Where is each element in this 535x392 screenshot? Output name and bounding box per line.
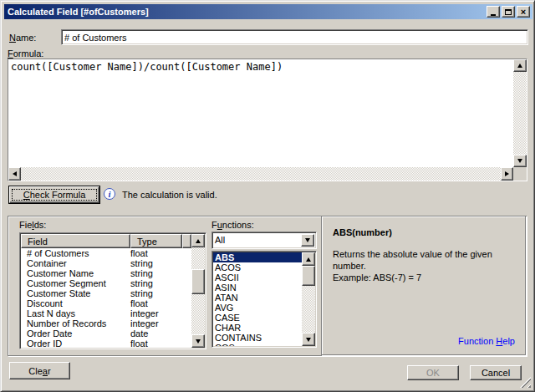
scroll-up-button[interactable] [513, 59, 527, 72]
info-icon: i [104, 188, 115, 200]
formula-editor[interactable]: count([Customer Name])/count([Customer N… [8, 59, 527, 181]
maximize-icon [505, 9, 512, 15]
fields-table: Field Type # of CustomersfloatContainers… [19, 232, 206, 349]
field-type-cell: integer [125, 318, 191, 328]
validation-status: The calculation is valid. [122, 190, 217, 200]
column-header-field[interactable]: Field [21, 234, 130, 248]
table-row[interactable]: Containerstring [21, 258, 191, 268]
function-item[interactable]: ASCII [213, 272, 302, 283]
function-item[interactable]: AVG [213, 303, 302, 313]
table-row[interactable]: # of Customersfloat [21, 248, 191, 258]
functions-list-items: ABSACOSASCIIASINATANAVGCASECHARCONTAINSC… [213, 252, 302, 346]
field-name-cell: Customer State [21, 288, 125, 298]
fields-table-header: Field Type [21, 234, 191, 248]
field-type-cell: float [125, 248, 191, 258]
calculated-field-dialog: Calculated Field [#ofCustomers] × Name: … [0, 0, 535, 392]
scrollbar-thumb[interactable] [191, 269, 205, 294]
functions-scrollbar[interactable] [302, 252, 315, 346]
function-description-panel: ABS(number) Returns the absolute value o… [321, 216, 526, 355]
function-filter-dropdown[interactable]: All [211, 232, 317, 249]
field-name-cell: Customer Segment [21, 278, 125, 288]
scroll-down-button[interactable] [302, 333, 315, 346]
field-type-cell: float [125, 339, 191, 348]
table-row[interactable]: Last N daysinteger [21, 308, 191, 318]
field-type-cell: string [125, 278, 191, 288]
function-item[interactable]: ACOS [213, 262, 302, 272]
scroll-up-button[interactable] [302, 252, 315, 266]
field-name-cell: Order ID [21, 339, 125, 348]
scroll-down-icon [306, 338, 311, 342]
function-item[interactable]: COS [213, 343, 302, 346]
function-help-link[interactable]: Function Help [458, 336, 515, 346]
column-header-type[interactable]: Type [130, 234, 182, 248]
check-formula-button[interactable]: Check Formula [9, 186, 99, 203]
fields-label: Fields: [19, 220, 46, 230]
scroll-left-button[interactable] [8, 167, 21, 181]
scroll-right-icon [505, 171, 509, 176]
scroll-down-icon [517, 159, 522, 163]
titlebar[interactable]: Calculated Field [#ofCustomers] × [4, 4, 532, 19]
field-name-cell: Number of Records [21, 318, 125, 328]
cancel-button[interactable]: Cancel [470, 365, 522, 380]
scroll-up-icon [517, 64, 522, 68]
formula-text[interactable]: count([Customer Name])/count([Customer N… [8, 59, 513, 167]
scroll-left-icon [13, 171, 17, 176]
ok-button[interactable]: OK [407, 365, 459, 380]
column-header-spacer [182, 234, 191, 248]
function-item[interactable]: CONTAINS [213, 333, 302, 343]
chevron-down-icon [305, 238, 310, 242]
scroll-up-icon [196, 239, 201, 243]
field-name-cell: Customer Name [21, 268, 125, 278]
table-row[interactable]: Customer Statestring [21, 288, 191, 298]
field-name-cell: Container [21, 258, 125, 268]
window-title: Calculated Field [#ofCustomers] [8, 7, 149, 17]
formula-vertical-scrollbar[interactable] [513, 59, 527, 167]
fields-scrollbar[interactable] [191, 234, 205, 348]
table-row[interactable]: Discountfloat [21, 298, 191, 308]
formula-horizontal-scrollbar[interactable] [8, 167, 513, 181]
scroll-down-button[interactable] [191, 334, 205, 348]
formula-label: Formula: [8, 48, 43, 59]
function-item[interactable]: CASE [213, 313, 302, 323]
function-item[interactable]: ABS [213, 252, 302, 262]
scrollbar-thumb[interactable] [302, 266, 315, 286]
scroll-down-button[interactable] [513, 155, 527, 167]
name-input[interactable] [61, 29, 528, 45]
close-icon: × [521, 8, 526, 16]
table-row[interactable]: Customer Namestring [21, 268, 191, 278]
scroll-up-button[interactable] [191, 234, 205, 247]
functions-list: ABSACOSASCIIASINATANAVGCASECHARCONTAINSC… [211, 251, 317, 348]
field-name-cell: Discount [21, 298, 125, 308]
name-label: Name: [9, 33, 36, 43]
field-type-cell: string [125, 258, 191, 268]
dropdown-button[interactable] [301, 234, 314, 247]
field-name-cell: Last N days [21, 308, 125, 318]
clear-button[interactable]: Clear [9, 362, 70, 379]
minimize-button[interactable] [487, 6, 500, 18]
description-line: Returns the absolute value of the given … [333, 248, 518, 272]
table-row[interactable]: Order Datedate [21, 328, 191, 339]
function-item[interactable]: ATAN [213, 293, 302, 303]
table-row[interactable]: Customer Segmentstring [21, 278, 191, 288]
function-item[interactable]: ASIN [213, 283, 302, 293]
scroll-right-button[interactable] [501, 167, 513, 181]
scrollbar-corner [513, 167, 527, 181]
function-signature: ABS(number) [333, 227, 392, 237]
field-type-cell: string [125, 268, 191, 278]
close-button[interactable]: × [517, 6, 530, 18]
scroll-down-icon [196, 339, 201, 344]
window-controls: × [487, 6, 530, 18]
field-name-cell: # of Customers [21, 248, 125, 258]
field-name-cell: Order Date [21, 328, 125, 339]
maximize-button[interactable] [502, 6, 515, 18]
fields-rows: # of CustomersfloatContainerstringCustom… [21, 248, 191, 348]
field-type-cell: integer [125, 308, 191, 318]
functions-label: Functions: [211, 220, 254, 230]
table-row[interactable]: Number of Recordsinteger [21, 318, 191, 328]
function-description: Returns the absolute value of the given … [333, 248, 518, 283]
table-row[interactable]: Order IDfloat [21, 339, 191, 348]
description-example: Example: ABS(-7) = 7 [333, 272, 518, 283]
field-type-cell: float [125, 298, 191, 308]
function-item[interactable]: CHAR [213, 323, 302, 333]
scroll-up-icon [306, 257, 311, 262]
